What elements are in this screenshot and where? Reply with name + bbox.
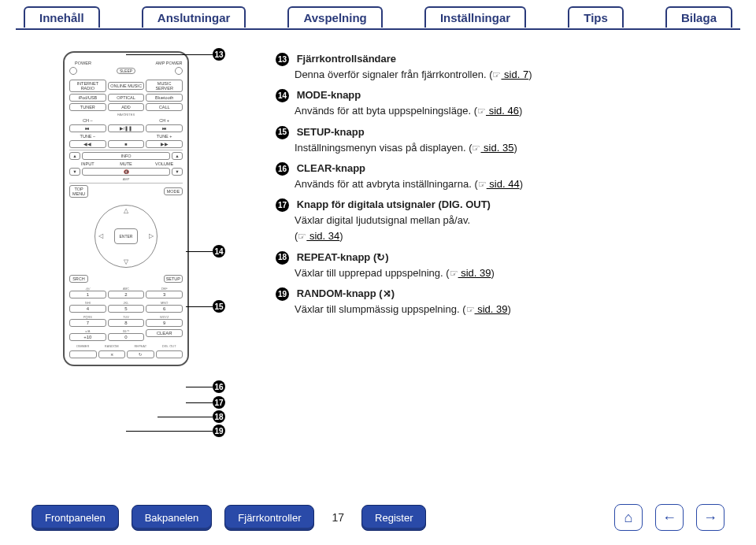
btn-setup: SETUP bbox=[164, 275, 183, 283]
key-9: 9 bbox=[146, 319, 183, 327]
callout-marker-19: 19 bbox=[213, 425, 225, 437]
leader-18 bbox=[158, 417, 213, 417]
desc-num-19: 19 bbox=[276, 287, 289, 301]
hand-icon: ☞ bbox=[472, 143, 480, 154]
desc-item-19: 19 RANDOM-knapp (⤨) Växlar till slumpmäs… bbox=[276, 286, 724, 317]
key-1: 1 bbox=[69, 291, 106, 298]
label-power: POWER bbox=[69, 61, 97, 65]
desc-item-18: 18 REPEAT-knapp (↻) Växlar till upprepad… bbox=[276, 250, 724, 281]
page-number: 17 bbox=[332, 511, 344, 524]
arrow-down-icon: ▽ bbox=[124, 258, 128, 265]
desc-num-18: 18 bbox=[276, 251, 289, 265]
desc-title-16: CLEAR-knapp bbox=[297, 162, 365, 174]
arrow-left-icon: ◁ bbox=[98, 232, 103, 239]
tab-anslutningar[interactable]: Anslutningar bbox=[142, 6, 246, 28]
tab-installningar[interactable]: Inställningar bbox=[424, 6, 526, 28]
page-link-35[interactable]: sid. 35 bbox=[480, 142, 513, 154]
hand-icon: ☞ bbox=[298, 231, 306, 242]
nav-fjarrkontroller[interactable]: Fjärrkontroller bbox=[224, 505, 314, 531]
desc-title-17: Knapp för digitala utsignaler (DIG. OUT) bbox=[297, 198, 491, 210]
desc-body-14: Används för att byta uppspelningsläge. bbox=[295, 105, 471, 117]
btn-dimmer bbox=[69, 350, 97, 358]
desc-body-13: Denna överför signaler från fjärrkontrol… bbox=[295, 69, 487, 80]
tab-bilaga[interactable]: Bilaga bbox=[665, 6, 732, 28]
key-5: 5 bbox=[108, 305, 145, 313]
arrow-right-icon: → bbox=[703, 510, 717, 526]
remote-diagram-column: POWER AMP POWER SLEEP INTERNET RADIO ONL… bbox=[47, 51, 244, 366]
desc-body-18: Växlar till upprepad uppspelning. bbox=[295, 267, 443, 279]
src-optical: OPTICAL bbox=[108, 94, 145, 102]
label-amp-power: AMP POWER bbox=[155, 61, 183, 65]
btn-up: ▲ bbox=[69, 152, 80, 160]
arrow-right-icon: ▷ bbox=[149, 232, 154, 239]
btn-random: ⤨ bbox=[98, 350, 126, 358]
callout-marker-13: 13 bbox=[213, 48, 225, 61]
desc-body-15: Inställningsmenyn visas på displayen. bbox=[295, 142, 466, 154]
key-plus10: +10 bbox=[69, 333, 106, 341]
desc-num-15: 15 bbox=[276, 126, 289, 139]
src-tuner: TUNER bbox=[69, 103, 106, 111]
bottom-bar: Frontpanelen Bakpanelen Fjärrkontroller … bbox=[0, 504, 756, 531]
desc-title-13: Fjärrkontrollsändare bbox=[297, 53, 396, 65]
label-tune-minus: TUNE – bbox=[69, 134, 106, 139]
callout-marker-18: 18 bbox=[213, 410, 225, 423]
bottom-function-row-buttons: ⤨ ↻ bbox=[69, 350, 183, 358]
btn-enter: ENTER bbox=[114, 228, 138, 244]
nav-frontpanelen[interactable]: Frontpanelen bbox=[32, 505, 119, 531]
hand-icon: ☞ bbox=[450, 268, 458, 279]
key-8: 8 bbox=[108, 319, 145, 327]
page-link-44[interactable]: sid. 44 bbox=[487, 178, 520, 190]
page-link-34[interactable]: sid. 34 bbox=[306, 230, 339, 242]
nav-register[interactable]: Register bbox=[361, 505, 426, 531]
nav-bakpanelen[interactable]: Bakpanelen bbox=[132, 505, 213, 531]
desc-title-14: MODE-knapp bbox=[297, 89, 361, 101]
tab-tips[interactable]: Tips bbox=[568, 6, 624, 28]
tab-avspelning[interactable]: Avspelning bbox=[287, 6, 382, 28]
key-6: 6 bbox=[146, 305, 183, 313]
btn-dig-out bbox=[156, 350, 183, 358]
arrow-left-icon: ← bbox=[662, 510, 676, 526]
amp-power-button-icon bbox=[175, 67, 183, 75]
btn-down: ▼ bbox=[69, 168, 80, 176]
remote-control-diagram: POWER AMP POWER SLEEP INTERNET RADIO ONL… bbox=[63, 51, 189, 366]
desc-title-18: REPEAT-knapp (↻) bbox=[297, 251, 389, 263]
src-music-server: MUSIC SERVER bbox=[146, 80, 183, 92]
leader-15 bbox=[186, 306, 213, 307]
desc-num-14: 14 bbox=[276, 89, 289, 102]
src-ipod-usb: iPod/USB bbox=[69, 94, 106, 102]
power-button-icon bbox=[69, 67, 77, 75]
desc-item-16: 16 CLEAR-knapp Används för att avbryta i… bbox=[276, 161, 724, 192]
desc-body-17: Växlar digital ljudutsignal mellan på/av… bbox=[295, 214, 470, 226]
label-volume: VOLUME bbox=[146, 161, 183, 166]
prev-page-button[interactable]: ← bbox=[655, 504, 684, 531]
leader-17 bbox=[186, 402, 213, 403]
next-page-button[interactable]: → bbox=[696, 504, 724, 531]
arrow-up-icon: △ bbox=[124, 207, 128, 214]
key-clear: CLEAR bbox=[146, 329, 183, 337]
description-list: 13 Fjärrkontrollsändare Denna överför si… bbox=[276, 51, 724, 366]
leader-13 bbox=[126, 54, 213, 55]
label-favorites: FAVORITES bbox=[69, 113, 183, 117]
desc-title-15: SETUP-knapp bbox=[297, 126, 365, 138]
callout-marker-15: 15 bbox=[213, 300, 225, 313]
hand-icon: ☞ bbox=[478, 179, 487, 190]
key-2: 2 bbox=[108, 291, 145, 298]
home-button[interactable]: ⌂ bbox=[614, 504, 643, 531]
callout-marker-16: 16 bbox=[213, 380, 225, 393]
key-3: 3 bbox=[146, 291, 183, 298]
page-link-7[interactable]: sid. 7 bbox=[501, 69, 528, 80]
src-internet-radio: INTERNET RADIO bbox=[69, 80, 106, 92]
leader-14 bbox=[186, 251, 213, 252]
desc-item-13: 13 Fjärrkontrollsändare Denna överför si… bbox=[276, 51, 724, 83]
label-mute: MUTE bbox=[108, 161, 145, 166]
main-content: POWER AMP POWER SLEEP INTERNET RADIO ONL… bbox=[0, 28, 756, 374]
src-add: ADD bbox=[108, 103, 145, 111]
page-link-46[interactable]: sid. 46 bbox=[486, 105, 519, 117]
src-bluetooth: Bluetooth bbox=[146, 94, 183, 102]
btn-next: ⏭ bbox=[146, 124, 183, 132]
paren-close: ) bbox=[528, 69, 532, 80]
page-link-39a[interactable]: sid. 39 bbox=[458, 267, 491, 279]
tab-innehall[interactable]: Innehåll bbox=[24, 6, 100, 28]
page-link-39b[interactable]: sid. 39 bbox=[475, 303, 508, 315]
bottom-function-row-labels: DIMMER RANDOM REPEAT DIG. OUT bbox=[69, 343, 183, 348]
